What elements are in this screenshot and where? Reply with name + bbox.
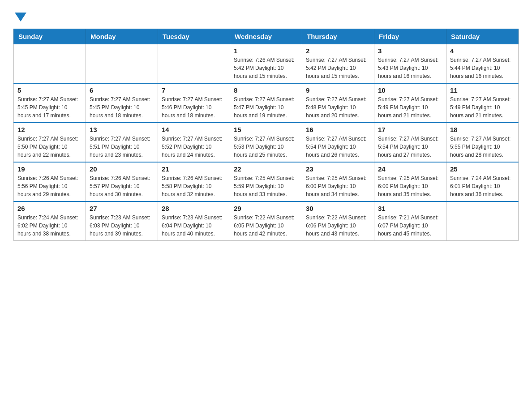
day-info: Sunrise: 7:27 AM Sunset: 5:44 PM Dayligh… [450,56,515,80]
calendar-table: SundayMondayTuesdayWednesdayThursdayFrid… [13,29,519,241]
calendar-cell: 7Sunrise: 7:27 AM Sunset: 5:46 PM Daylig… [158,83,230,123]
day-number: 4 [450,47,515,55]
day-number: 26 [17,205,82,212]
calendar-header-row: SundayMondayTuesdayWednesdayThursdayFrid… [14,29,519,44]
day-info: Sunrise: 7:22 AM Sunset: 6:06 PM Dayligh… [306,214,370,238]
day-info: Sunrise: 7:27 AM Sunset: 5:50 PM Dayligh… [17,135,82,159]
day-info: Sunrise: 7:27 AM Sunset: 5:45 PM Dayligh… [90,95,154,120]
calendar-cell: 18Sunrise: 7:27 AM Sunset: 5:55 PM Dayli… [446,123,519,162]
day-info: Sunrise: 7:27 AM Sunset: 5:43 PM Dayligh… [378,56,442,80]
calendar-cell [86,44,158,84]
calendar-week-row: 1Sunrise: 7:26 AM Sunset: 5:42 PM Daylig… [14,44,519,84]
calendar-week-row: 19Sunrise: 7:26 AM Sunset: 5:56 PM Dayli… [14,162,519,201]
day-number: 28 [162,205,226,212]
day-number: 3 [378,47,442,55]
day-info: Sunrise: 7:25 AM Sunset: 5:59 PM Dayligh… [234,174,298,198]
header-saturday: Saturday [446,29,519,44]
calendar-cell: 22Sunrise: 7:25 AM Sunset: 5:59 PM Dayli… [230,162,302,201]
calendar-cell: 26Sunrise: 7:24 AM Sunset: 6:02 PM Dayli… [14,201,86,241]
day-number: 17 [378,126,442,133]
day-info: Sunrise: 7:27 AM Sunset: 5:54 PM Dayligh… [378,135,442,159]
calendar-cell: 16Sunrise: 7:27 AM Sunset: 5:54 PM Dayli… [302,123,374,162]
calendar-cell: 20Sunrise: 7:26 AM Sunset: 5:57 PM Dayli… [86,162,158,201]
calendar-cell: 14Sunrise: 7:27 AM Sunset: 5:52 PM Dayli… [158,123,230,162]
day-info: Sunrise: 7:27 AM Sunset: 5:47 PM Dayligh… [234,95,298,120]
calendar-cell [158,44,230,84]
day-info: Sunrise: 7:24 AM Sunset: 6:01 PM Dayligh… [450,174,515,198]
logo [13,9,26,20]
day-number: 10 [378,86,442,94]
header-thursday: Thursday [302,29,374,44]
day-number: 24 [378,165,442,173]
day-number: 15 [234,126,298,133]
day-info: Sunrise: 7:27 AM Sunset: 5:46 PM Dayligh… [162,95,226,120]
calendar-cell: 13Sunrise: 7:27 AM Sunset: 5:51 PM Dayli… [86,123,158,162]
day-info: Sunrise: 7:27 AM Sunset: 5:53 PM Dayligh… [234,135,298,159]
day-number: 31 [378,205,442,212]
day-info: Sunrise: 7:24 AM Sunset: 6:02 PM Dayligh… [17,214,82,238]
day-number: 19 [17,165,82,173]
day-info: Sunrise: 7:27 AM Sunset: 5:42 PM Dayligh… [306,56,370,80]
day-number: 1 [234,47,298,55]
day-info: Sunrise: 7:27 AM Sunset: 5:51 PM Dayligh… [90,135,154,159]
header-monday: Monday [86,29,158,44]
calendar-cell: 9Sunrise: 7:27 AM Sunset: 5:48 PM Daylig… [302,83,374,123]
day-number: 30 [306,205,370,212]
calendar-cell [446,201,519,241]
day-number: 14 [162,126,226,133]
day-number: 18 [450,126,515,133]
day-number: 9 [306,86,370,94]
calendar-cell: 24Sunrise: 7:25 AM Sunset: 6:00 PM Dayli… [374,162,446,201]
day-info: Sunrise: 7:27 AM Sunset: 5:49 PM Dayligh… [450,95,515,120]
calendar-week-row: 12Sunrise: 7:27 AM Sunset: 5:50 PM Dayli… [14,123,519,162]
day-number: 5 [17,86,82,94]
day-info: Sunrise: 7:27 AM Sunset: 5:55 PM Dayligh… [450,135,515,159]
calendar-cell: 1Sunrise: 7:26 AM Sunset: 5:42 PM Daylig… [230,44,302,84]
day-number: 16 [306,126,370,133]
day-info: Sunrise: 7:26 AM Sunset: 5:56 PM Dayligh… [17,174,82,198]
day-info: Sunrise: 7:27 AM Sunset: 5:54 PM Dayligh… [306,135,370,159]
day-info: Sunrise: 7:25 AM Sunset: 6:00 PM Dayligh… [306,174,370,198]
day-info: Sunrise: 7:27 AM Sunset: 5:45 PM Dayligh… [17,95,82,120]
day-number: 6 [90,86,154,94]
day-number: 7 [162,86,226,94]
calendar-cell: 31Sunrise: 7:21 AM Sunset: 6:07 PM Dayli… [374,201,446,241]
calendar-cell: 23Sunrise: 7:25 AM Sunset: 6:00 PM Dayli… [302,162,374,201]
day-number: 2 [306,47,370,55]
day-info: Sunrise: 7:26 AM Sunset: 5:42 PM Dayligh… [234,56,298,80]
day-number: 23 [306,165,370,173]
calendar-cell [14,44,86,84]
calendar-cell: 12Sunrise: 7:27 AM Sunset: 5:50 PM Dayli… [14,123,86,162]
day-info: Sunrise: 7:27 AM Sunset: 5:52 PM Dayligh… [162,135,226,159]
calendar-cell: 28Sunrise: 7:23 AM Sunset: 6:04 PM Dayli… [158,201,230,241]
calendar-cell: 8Sunrise: 7:27 AM Sunset: 5:47 PM Daylig… [230,83,302,123]
calendar-cell: 29Sunrise: 7:22 AM Sunset: 6:05 PM Dayli… [230,201,302,241]
day-number: 12 [17,126,82,133]
day-info: Sunrise: 7:25 AM Sunset: 6:00 PM Dayligh… [378,174,442,198]
header-tuesday: Tuesday [158,29,230,44]
day-info: Sunrise: 7:26 AM Sunset: 5:58 PM Dayligh… [162,174,226,198]
day-number: 22 [234,165,298,173]
calendar-cell: 4Sunrise: 7:27 AM Sunset: 5:44 PM Daylig… [446,44,519,84]
calendar-cell: 25Sunrise: 7:24 AM Sunset: 6:01 PM Dayli… [446,162,519,201]
calendar-cell: 17Sunrise: 7:27 AM Sunset: 5:54 PM Dayli… [374,123,446,162]
day-info: Sunrise: 7:22 AM Sunset: 6:05 PM Dayligh… [234,214,298,238]
calendar-cell: 5Sunrise: 7:27 AM Sunset: 5:45 PM Daylig… [14,83,86,123]
calendar-cell: 10Sunrise: 7:27 AM Sunset: 5:49 PM Dayli… [374,83,446,123]
day-number: 20 [90,165,154,173]
calendar-cell: 2Sunrise: 7:27 AM Sunset: 5:42 PM Daylig… [302,44,374,84]
day-number: 8 [234,86,298,94]
page-header [13,9,519,20]
day-number: 29 [234,205,298,212]
calendar-cell: 21Sunrise: 7:26 AM Sunset: 5:58 PM Dayli… [158,162,230,201]
day-info: Sunrise: 7:27 AM Sunset: 5:49 PM Dayligh… [378,95,442,120]
day-info: Sunrise: 7:23 AM Sunset: 6:03 PM Dayligh… [90,214,154,238]
header-sunday: Sunday [14,29,86,44]
day-info: Sunrise: 7:26 AM Sunset: 5:57 PM Dayligh… [90,174,154,198]
calendar-cell: 30Sunrise: 7:22 AM Sunset: 6:06 PM Dayli… [302,201,374,241]
calendar-cell: 15Sunrise: 7:27 AM Sunset: 5:53 PM Dayli… [230,123,302,162]
header-friday: Friday [374,29,446,44]
header-wednesday: Wednesday [230,29,302,44]
calendar-cell: 6Sunrise: 7:27 AM Sunset: 5:45 PM Daylig… [86,83,158,123]
day-number: 25 [450,165,515,173]
